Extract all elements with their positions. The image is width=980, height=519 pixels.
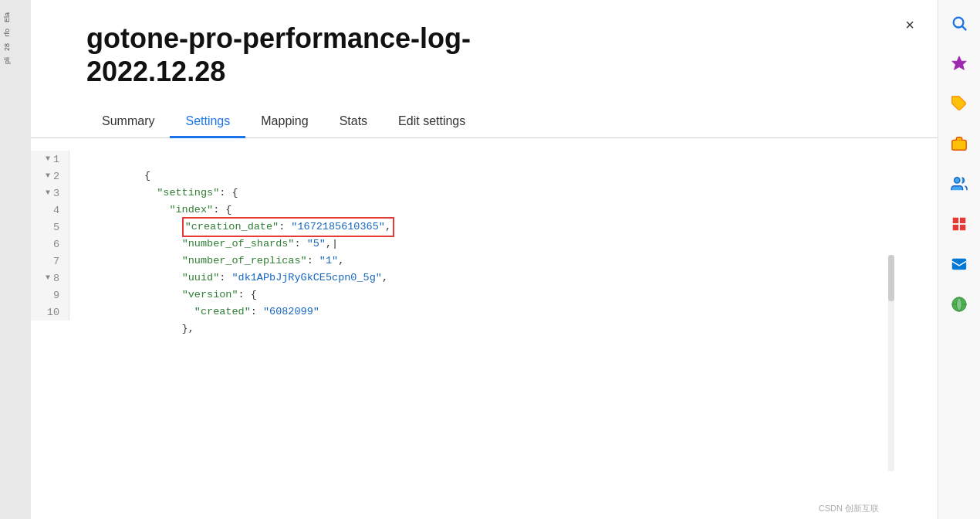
tab-mapping[interactable]: Mapping	[245, 107, 323, 138]
tab-edit-settings[interactable]: Edit settings	[383, 107, 481, 138]
line-num-2: ▼ 2	[37, 168, 63, 185]
left-sidebar: Ela rfo 28 pli	[0, 0, 31, 519]
watermark: CSDN 创新互联	[819, 503, 879, 514]
left-sidebar-label-1: Ela	[3, 12, 28, 22]
outlook-icon[interactable]	[945, 250, 973, 278]
line-num-1: ▼ 1	[37, 151, 63, 168]
highlighted-line: "creation_date": "1672185610365",	[182, 217, 394, 237]
code-container: ▼ 1 ▼ 2 ▼ 3 4 5 6	[31, 144, 938, 327]
collapse-arrow-1[interactable]: ▼	[46, 153, 50, 165]
line-num-6: 6	[37, 236, 63, 253]
line-num-9: 9	[37, 287, 63, 304]
left-sidebar-label-3: 28	[3, 43, 28, 51]
code-line-1: {	[82, 151, 925, 168]
line-num-7: 7	[37, 253, 63, 270]
line-num-3: ▼ 3	[37, 185, 63, 202]
bottom-bar: CSDN 创新互联	[31, 497, 894, 519]
collapse-arrow-8[interactable]: ▼	[46, 272, 50, 284]
svg-point-0	[954, 18, 964, 28]
right-sidebar	[938, 0, 980, 519]
briefcase-icon[interactable]	[945, 130, 973, 158]
svg-rect-7	[960, 218, 965, 223]
line-num-10: 10	[37, 304, 63, 321]
tab-summary[interactable]: Summary	[86, 107, 170, 138]
svg-point-5	[955, 178, 960, 183]
tag-icon[interactable]	[945, 90, 973, 117]
code-lines: { "settings": { "index": { "creation_dat…	[69, 151, 938, 321]
code-area[interactable]: ▼ 1 ▼ 2 ▼ 3 4 5 6	[31, 144, 938, 519]
collapse-arrow-3[interactable]: ▼	[46, 187, 50, 199]
left-sidebar-label-2: rfo	[3, 29, 28, 37]
tab-settings[interactable]: Settings	[170, 107, 245, 138]
svg-rect-6	[953, 218, 958, 223]
close-button[interactable]: ×	[897, 12, 922, 37]
extra-icon[interactable]	[945, 290, 973, 318]
office-icon[interactable]	[945, 210, 973, 238]
line-num-8: ▼ 8	[37, 270, 63, 287]
svg-marker-2	[952, 56, 966, 70]
code-line-2: "settings": {	[82, 168, 925, 185]
scroll-thumb[interactable]	[888, 255, 894, 301]
star-icon[interactable]	[945, 49, 973, 77]
svg-rect-4	[952, 140, 966, 150]
line-num-4: 4	[37, 202, 63, 219]
svg-line-1	[962, 26, 966, 30]
svg-rect-8	[953, 225, 958, 230]
search-icon[interactable]	[945, 9, 973, 37]
collapse-arrow-2[interactable]: ▼	[46, 170, 50, 182]
tab-stats[interactable]: Stats	[324, 107, 383, 138]
tabs-bar: Summary Settings Mapping Stats Edit sett…	[31, 107, 938, 138]
main-panel: × gotone-pro-performance-log-2022.12.28 …	[31, 0, 938, 519]
title-area: gotone-pro-performance-log-2022.12.28	[31, 0, 938, 88]
left-sidebar-label-4: pli	[3, 57, 28, 64]
line-num-5: 5	[37, 219, 63, 236]
svg-rect-10	[952, 259, 966, 270]
scroll-track[interactable]	[888, 255, 894, 471]
svg-rect-9	[960, 225, 965, 230]
line-numbers: ▼ 1 ▼ 2 ▼ 3 4 5 6	[31, 151, 69, 321]
users-icon[interactable]	[945, 170, 973, 198]
page-title: gotone-pro-performance-log-2022.12.28	[86, 22, 549, 88]
